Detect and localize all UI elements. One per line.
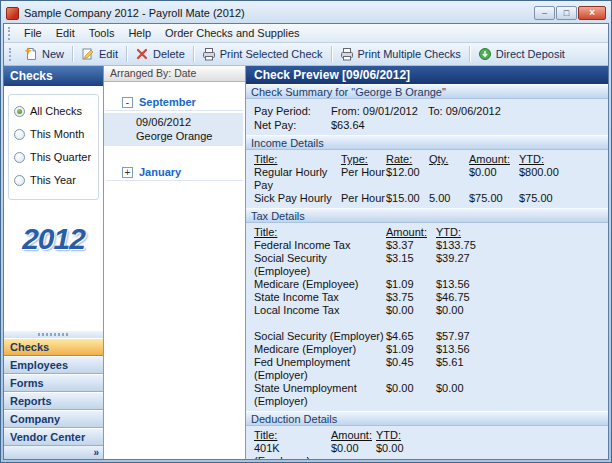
delete-button[interactable]: Delete xyxy=(129,44,191,64)
filter-all-checks[interactable]: All Checks xyxy=(14,105,95,117)
direct-deposit-label: Direct Deposit xyxy=(496,48,565,60)
cell: $3.15 xyxy=(386,252,436,278)
sidebar-item-vendor-center[interactable]: Vendor Center xyxy=(4,428,103,446)
nav-overflow-button[interactable]: » xyxy=(4,446,103,459)
radio-icon[interactable] xyxy=(14,129,25,140)
new-button[interactable]: New xyxy=(18,44,70,64)
toolbar: New Edit Delete Print Selected Check Pri… xyxy=(4,43,608,66)
tax-row: Federal Income Tax $3.37 $133.75 xyxy=(254,239,608,252)
cell: $133.75 xyxy=(436,239,608,252)
group-january[interactable]: + January xyxy=(106,164,243,181)
cell: Regular Hourly Pay xyxy=(254,166,341,192)
menu-help[interactable]: Help xyxy=(121,25,158,41)
delete-button-label: Delete xyxy=(153,48,185,60)
column-header: YTD: xyxy=(436,226,608,239)
cell: Federal Income Tax xyxy=(254,239,386,252)
pay-period-from: From: 09/01/2012 xyxy=(331,104,428,118)
toolbar-separator xyxy=(331,46,332,62)
maximize-button[interactable]: □ xyxy=(556,6,577,20)
column-header: Title: xyxy=(254,429,331,442)
cell: State Unemployment (Employer) xyxy=(254,382,386,408)
column-header: Qty. xyxy=(429,153,469,166)
edit-button[interactable]: Edit xyxy=(75,44,124,64)
tax-row: State Unemployment (Employer) $0.00 $0.0… xyxy=(254,382,608,408)
tax-row: Local Income Tax $0.00 $0.00 xyxy=(254,304,608,317)
cell: Fed Unemployment (Employer) xyxy=(254,356,386,382)
client-area: File Edit Tools Help Order Checks and Su… xyxy=(3,23,609,460)
pencil-icon xyxy=(81,47,95,61)
delete-x-icon xyxy=(135,47,149,61)
direct-deposit-button[interactable]: Direct Deposit xyxy=(472,44,571,64)
filter-this-year[interactable]: This Year xyxy=(14,174,95,186)
group-label: January xyxy=(139,166,181,178)
column-header: Rate: xyxy=(386,153,429,166)
pay-period-label: Pay Period: xyxy=(254,104,331,118)
check-employee-name: George Orange xyxy=(136,129,239,143)
print-multiple-checks-button[interactable]: Print Multiple Checks xyxy=(334,44,467,64)
tax-row: Fed Unemployment (Employer) $0.45 $5.61 xyxy=(254,356,608,382)
sidebar-item-reports[interactable]: Reports xyxy=(4,392,103,410)
close-button[interactable]: × xyxy=(578,6,606,20)
maximize-icon: □ xyxy=(564,9,569,18)
tax-row: Social Security (Employee) $3.15 $39.27 xyxy=(254,252,608,278)
minimize-button[interactable]: – xyxy=(534,6,555,20)
menu-edit[interactable]: Edit xyxy=(49,25,82,41)
tax-column-headers: Title: Amount: YTD: xyxy=(254,226,608,239)
sidebar-item-employees[interactable]: Employees xyxy=(4,356,103,374)
sidebar-item-forms[interactable]: Forms xyxy=(4,374,103,392)
arranged-by-header[interactable]: Arranged By: Date xyxy=(104,66,245,82)
menu-order-checks[interactable]: Order Checks and Supplies xyxy=(158,25,307,41)
check-list-item[interactable]: 09/06/2012 George Orange xyxy=(104,113,243,146)
income-column-headers: Title: Type: Rate: Qty. Amount: YTD: xyxy=(254,153,608,166)
tax-row: State Income Tax $3.75 $46.75 xyxy=(254,291,608,304)
cell xyxy=(429,166,469,192)
pay-period-to: To: 09/06/2012 xyxy=(428,104,608,118)
cell: $5.61 xyxy=(436,356,608,382)
deduction-details-header: Deduction Details xyxy=(246,411,608,426)
cell: $12.00 xyxy=(386,166,429,192)
cell: $39.27 xyxy=(436,252,608,278)
menu-tools[interactable]: Tools xyxy=(82,25,122,41)
column-header: Title: xyxy=(254,226,386,239)
filter-this-quarter[interactable]: This Quarter xyxy=(14,151,95,163)
column-header: Amount: xyxy=(331,429,376,442)
cell: $75.00 xyxy=(469,192,519,205)
cell: $3.75 xyxy=(386,291,436,304)
radio-icon[interactable] xyxy=(14,106,25,117)
group-september[interactable]: - September xyxy=(106,94,243,111)
edit-button-label: Edit xyxy=(99,48,118,60)
menu-file[interactable]: File xyxy=(17,25,49,41)
nav-splitter[interactable] xyxy=(4,330,103,338)
printer-icon xyxy=(202,47,216,61)
filter-label: This Year xyxy=(30,174,76,186)
sidebar-nav: Checks Employees Forms Reports Company V… xyxy=(4,330,103,459)
check-summary-header: Check Summary for "George B Orange" xyxy=(246,84,608,99)
menubar: File Edit Tools Help Order Checks and Su… xyxy=(4,24,608,43)
app-icon xyxy=(6,7,19,20)
cell: $4.65 xyxy=(386,330,436,343)
income-row: Sick Pay Hourly Per Hour $15.00 5.00 $75… xyxy=(254,192,608,205)
income-row: Regular Hourly Pay Per Hour $12.00 $0.00… xyxy=(254,166,608,192)
toolbar-separator xyxy=(126,46,127,62)
filter-this-month[interactable]: This Month xyxy=(14,128,95,140)
year-logo: 2012 xyxy=(4,222,103,256)
radio-icon[interactable] xyxy=(14,152,25,163)
radio-icon[interactable] xyxy=(14,175,25,186)
collapse-icon[interactable]: - xyxy=(122,97,133,108)
cell: $0.00 xyxy=(436,304,608,317)
sidebar-item-company[interactable]: Company xyxy=(4,410,103,428)
new-button-label: New xyxy=(42,48,64,60)
chevrons-right-icon: » xyxy=(93,448,99,458)
print-selected-check-button[interactable]: Print Selected Check xyxy=(196,44,329,64)
net-pay-label: Net Pay: xyxy=(254,118,331,132)
sidebar-item-checks[interactable]: Checks xyxy=(4,338,103,356)
filter-label: All Checks xyxy=(30,105,82,117)
cell: 401K (Employee) xyxy=(254,442,331,459)
cell: State Income Tax xyxy=(254,291,386,304)
cell: Local Income Tax xyxy=(254,304,386,317)
expand-icon[interactable]: + xyxy=(122,167,133,178)
titlebar[interactable]: Sample Company 2012 - Payroll Mate (2012… xyxy=(3,3,609,23)
column-header: YTD: xyxy=(376,429,608,442)
grip-dots-icon xyxy=(38,333,70,336)
cell: $3.37 xyxy=(386,239,436,252)
